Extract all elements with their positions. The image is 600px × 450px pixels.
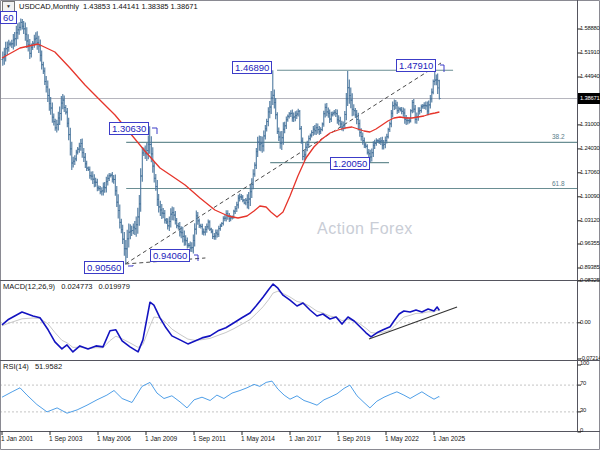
date-axis-label: 1 Jan 2017 — [289, 435, 321, 442]
macd-axis-label: 0.00 — [580, 319, 600, 325]
window-frame — [1, 1, 600, 450]
label-connector — [128, 265, 133, 266]
macd-axis-label: 0.083255 — [580, 277, 600, 283]
trading-chart-window: Action Forex ▼ USDCAD,Monthly 1.43853 1.… — [0, 0, 600, 450]
current-price-badge: 1.38671 — [578, 93, 600, 104]
axis-ticks — [2, 29, 581, 435]
rsi-label-row: RSI(14) 51.9582 — [3, 362, 66, 371]
corner-price-label[interactable]: 60 — [0, 11, 17, 24]
label-connector — [194, 255, 198, 261]
ohlc-values: 1.43853 1.44141 1.38385 1.38671 — [83, 2, 198, 11]
price-label-0.94060[interactable]: 0.94060 — [150, 249, 190, 262]
date-axis-label: 1 Jan 2025 — [433, 435, 465, 442]
date-axis-label: 1 Jan 2009 — [145, 435, 177, 442]
date-axis-label: 1 Sep 2019 — [337, 435, 370, 442]
price-axis-label: 0.96355 — [580, 240, 600, 246]
rsi-axis-label: 100 — [580, 360, 600, 366]
price-axis-label: 1.17060 — [580, 169, 600, 175]
dashed-main-trendline[interactable] — [125, 63, 441, 264]
symbol-period-label: USDCAD,Monthly — [19, 2, 79, 11]
price-label-0.90560[interactable]: 0.90560 — [84, 261, 124, 274]
macd-name: MACD(12,26,9) — [3, 282, 55, 291]
rsi-panel[interactable] — [0, 381, 577, 413]
rsi-axis-label: 70 — [580, 380, 600, 386]
price-axis-label: 1.31000 — [580, 121, 600, 127]
rsi-name: RSI(14) — [3, 362, 29, 371]
candlestick-chart[interactable] — [0, 0, 600, 450]
macd-panel[interactable] — [0, 284, 577, 352]
date-axis-label: 1 Jan 2001 — [1, 435, 33, 442]
rsi-value: 51.9582 — [35, 362, 62, 371]
macd-signal-line — [2, 291, 439, 348]
price-label-1.20050[interactable]: 1.20050 — [330, 157, 370, 170]
panel-separators — [0, 0, 600, 432]
label-connector — [152, 128, 157, 134]
date-axis-label: 1 Sep 2011 — [193, 435, 226, 442]
rsi-axis-label: 0 — [580, 427, 600, 433]
price-axis-label: 1.58880 — [580, 25, 600, 31]
price-axis-label: 1.24030 — [580, 145, 600, 151]
price-axis-label: 1.10090 — [580, 193, 600, 199]
rsi-axis-label: 30 — [580, 407, 600, 413]
macd-label-row: MACD(12,26,9) 0.024773 0.019979 — [3, 282, 134, 291]
price-label-1.30630[interactable]: 1.30630 — [109, 122, 149, 135]
price-label-1.47910[interactable]: 1.47910 — [396, 59, 436, 72]
main-panel[interactable] — [0, 19, 577, 266]
date-axis-label: 1 May 2014 — [241, 435, 275, 442]
label-connector — [440, 65, 444, 72]
price-axis-label: 1.44940 — [580, 73, 600, 79]
ohlc-open-close-ticks — [1, 22, 440, 248]
ohlc-bars[interactable] — [3, 19, 440, 264]
macd-value-main: 0.024773 — [61, 282, 92, 291]
date-axis-label: 1 Sep 2003 — [49, 435, 82, 442]
chart-title-row: ▼ USDCAD,Monthly 1.43853 1.44141 1.38385… — [2, 1, 198, 12]
macd-value-signal: 0.019979 — [99, 282, 130, 291]
fib-ratio-label-61.8: 61.8 — [552, 180, 565, 187]
price-axis-label: 1.51910 — [580, 49, 600, 55]
price-axis-label: 0.89385 — [580, 264, 600, 270]
fib-ratio-label-38.2: 38.2 — [552, 133, 565, 140]
date-axis-label: 1 May 2006 — [97, 435, 131, 442]
price-label-1.46890[interactable]: 1.46890 — [232, 61, 272, 74]
price-axis-label: 1.03120 — [580, 217, 600, 223]
macd-main-line[interactable] — [2, 284, 439, 352]
date-axis-label: 1 May 2022 — [385, 435, 419, 442]
rsi-line[interactable] — [2, 381, 439, 413]
